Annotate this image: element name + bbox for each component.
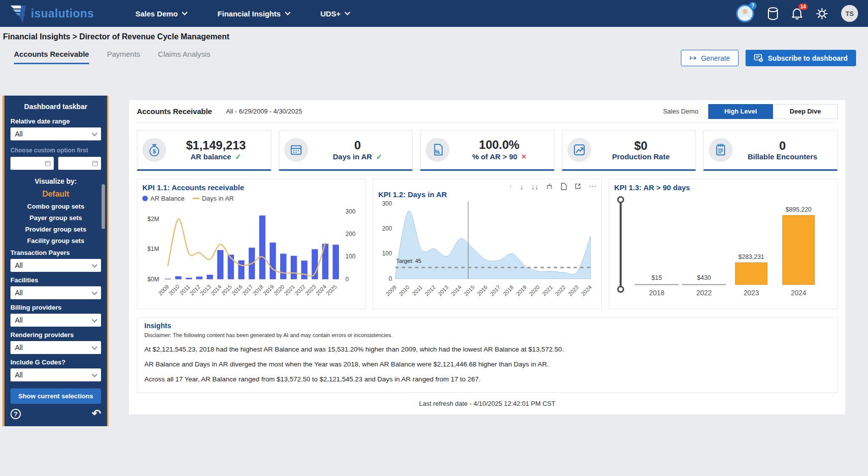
ar-over-90-days-bar-chart: $152018$4302022$283,2312023$895,2202024 (627, 193, 826, 302)
rendering-providers-select[interactable]: All (10, 341, 101, 354)
facilities-label: Facilities (10, 276, 101, 284)
date-range-text: All - 6/29/2009 - 4/30/2025 (226, 108, 302, 115)
kpi-label: AR balance (191, 152, 231, 161)
relative-date-range-select[interactable]: All (10, 127, 101, 140)
svg-text:2009: 2009 (157, 283, 170, 296)
svg-text:2010: 2010 (168, 283, 181, 296)
kpi-card-billable-encounters: 0 Billable Encounters (703, 130, 838, 171)
kpi-value: 0 (733, 139, 832, 153)
show-current-selections-button[interactable]: Show current selections (10, 388, 101, 404)
brand-logo[interactable]: isualutions (10, 3, 105, 24)
slider-handle-bottom[interactable] (617, 286, 624, 293)
sidebar-title: Dashboard taskbar (10, 103, 101, 111)
insight-paragraph: At $2,121,545.23, 2018 had the highest A… (144, 346, 830, 353)
transaction-payers-select[interactable]: All (10, 259, 101, 272)
help-icon[interactable]: ? (10, 409, 21, 419)
maps-to-arrow-icon: ↦ (689, 54, 696, 62)
svg-text:100: 100 (382, 250, 392, 257)
cross-icon: × (521, 152, 526, 161)
svg-text:0: 0 (389, 275, 392, 282)
undo-icon[interactable]: ↶ (92, 408, 101, 419)
money-bag-icon: $ (142, 138, 166, 162)
page-icon[interactable] (560, 183, 567, 190)
viz-option-default[interactable]: Default (10, 190, 101, 199)
chevron-down-icon (92, 317, 97, 322)
svg-text:2017: 2017 (241, 283, 254, 296)
transaction-payers-label: Transaction Payers (10, 249, 101, 256)
notifications-button[interactable]: 14 (791, 7, 803, 20)
slider-handle-top[interactable] (617, 196, 624, 203)
custom-date-end-input[interactable] (58, 157, 102, 170)
kpi-label: Billable Encounters (748, 152, 817, 161)
dashboard-taskbar-sidebar: Dashboard taskbar Relative date range Al… (2, 96, 108, 426)
svg-text:2020: 2020 (528, 284, 541, 297)
user-avatar[interactable]: TS (841, 5, 858, 22)
toggle-high-level[interactable]: High Level (708, 104, 773, 119)
tab-accounts-receivable[interactable]: Accounts Receivable (14, 50, 89, 64)
billing-providers-select[interactable]: All (10, 314, 101, 327)
insights-disclaimer: Disclaimer: The following content has be… (144, 332, 830, 338)
database-button[interactable] (767, 7, 778, 20)
nav-menu-uds[interactable]: UDS+ (321, 9, 349, 18)
nav-menu-financial-insights[interactable]: Financial Insights (217, 9, 290, 18)
sidebar-scrollbar-thumb[interactable] (102, 184, 105, 229)
svg-text:200: 200 (345, 231, 355, 238)
help-avatar-button[interactable]: ? (736, 4, 755, 23)
double-arrow-down-icon[interactable]: ↓↓ (531, 182, 539, 191)
custom-date-start-input[interactable] (10, 157, 54, 170)
svg-text:2023: 2023 (304, 283, 317, 296)
check-icon: ✓ (235, 152, 241, 161)
subscribe-button[interactable]: Subscribe to dashboard (746, 50, 856, 66)
svg-text:2016: 2016 (230, 283, 243, 296)
svg-text:$2M: $2M (147, 216, 159, 223)
expand-icon[interactable] (574, 183, 581, 190)
svg-text:2020: 2020 (273, 283, 286, 296)
generate-button[interactable]: ↦ Generate (681, 50, 739, 66)
viz-option-combo-group-sets[interactable]: Combo group sets (10, 203, 101, 210)
calendar-icon (45, 160, 51, 166)
include-g-codes-label: Include G Codes? (10, 358, 101, 366)
kpi-card-percent-ar-over-90: % 100.0% % of AR > 90× (420, 130, 554, 171)
percent-document-icon: % (426, 138, 449, 162)
svg-text:2025: 2025 (325, 283, 338, 296)
more-options-icon[interactable]: ⋯ (589, 182, 596, 191)
svg-text:2015: 2015 (463, 284, 475, 297)
insight-paragraph: AR Balance and Days in AR diverged the m… (144, 360, 830, 368)
svg-text:2021: 2021 (541, 284, 553, 297)
svg-text:300: 300 (345, 208, 355, 215)
brand-text: isualutions (31, 7, 94, 20)
facilities-select[interactable]: All (10, 286, 101, 299)
database-icon (767, 7, 778, 20)
viz-option-payer-group-sets[interactable]: Payer group sets (10, 214, 101, 222)
svg-text:2012: 2012 (189, 283, 202, 296)
tab-claims-analysis[interactable]: Claims Analysis (158, 50, 211, 63)
svg-text:200: 200 (382, 225, 392, 232)
svg-text:2012: 2012 (424, 284, 436, 297)
svg-text:2021: 2021 (283, 283, 296, 296)
arrow-down-icon[interactable]: ↓ (520, 182, 524, 191)
chart-card-kpi-1-2: ↑ ↓ ↓↓ ⋯ KPI 1.2: Days in AR 0100200300T… (373, 179, 602, 309)
tab-payments[interactable]: Payments (107, 50, 140, 63)
settings-button[interactable] (816, 7, 828, 20)
svg-text:$283,231: $283,231 (738, 253, 764, 260)
kpi-label: Days in AR (333, 152, 372, 161)
nav-menu-sales-demo[interactable]: Sales Demo (135, 9, 187, 18)
drill-down-icon[interactable] (546, 183, 553, 190)
include-g-codes-select[interactable]: All (10, 368, 101, 381)
top-navbar: isualutions Sales Demo Financial Insight… (0, 0, 868, 27)
viz-option-provider-group-sets[interactable]: Provider group sets (10, 226, 101, 233)
toggle-deep-dive[interactable]: Deep Dive (773, 104, 838, 119)
chart-toolbar: ↑ ↓ ↓↓ ⋯ (509, 182, 596, 191)
kpi-value: $1,149,213 (166, 138, 266, 152)
svg-text:2017: 2017 (489, 284, 501, 297)
chevron-down-icon (92, 262, 97, 267)
svg-text:2019: 2019 (515, 284, 528, 297)
arrow-up-icon[interactable]: ↑ (509, 182, 513, 191)
svg-text:2015: 2015 (220, 283, 233, 296)
svg-text:2016: 2016 (476, 284, 488, 297)
svg-text:2013: 2013 (199, 283, 212, 296)
slider-rail (620, 200, 622, 289)
kpi-card-days-in-ar: 0 Days in AR✓ (279, 130, 413, 171)
viz-option-facility-group-sets[interactable]: Facility group sets (10, 237, 101, 244)
chart-card-kpi-1-3: KPI 1.3: AR > 90 days $152018$4302022$28… (609, 179, 838, 309)
